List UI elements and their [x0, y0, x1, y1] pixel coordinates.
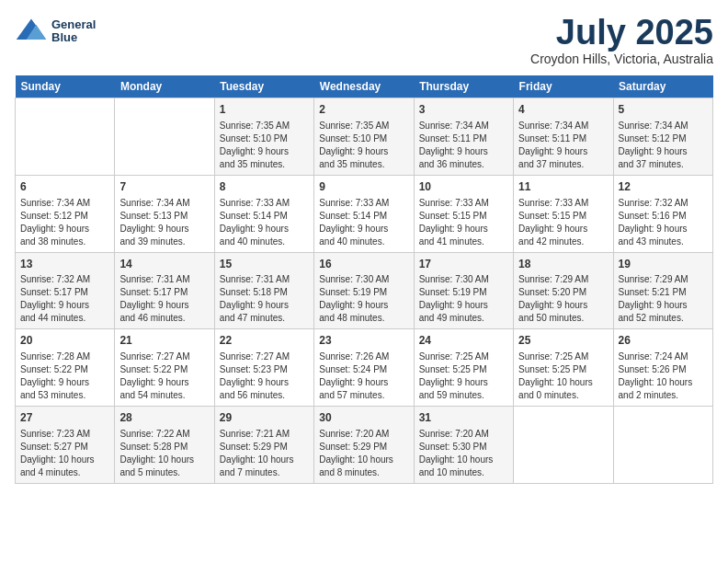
calendar-week-row: 20Sunrise: 7:28 AM Sunset: 5:22 PM Dayli…	[16, 329, 713, 407]
logo-icon	[15, 15, 48, 48]
calendar-cell: 11Sunrise: 7:33 AM Sunset: 5:15 PM Dayli…	[514, 175, 613, 252]
day-info: Sunrise: 7:27 AM Sunset: 5:23 PM Dayligh…	[220, 350, 309, 402]
calendar-cell: 27Sunrise: 7:23 AM Sunset: 5:27 PM Dayli…	[16, 407, 115, 484]
day-info: Sunrise: 7:25 AM Sunset: 5:25 PM Dayligh…	[419, 350, 508, 402]
day-info: Sunrise: 7:32 AM Sunset: 5:17 PM Dayligh…	[20, 273, 109, 325]
header-tuesday: Tuesday	[214, 75, 313, 98]
calendar-cell	[115, 98, 214, 176]
calendar-cell: 4Sunrise: 7:34 AM Sunset: 5:11 PM Daylig…	[514, 98, 613, 176]
day-info: Sunrise: 7:34 AM Sunset: 5:12 PM Dayligh…	[619, 120, 708, 171]
calendar-cell: 6Sunrise: 7:34 AM Sunset: 5:12 PM Daylig…	[16, 175, 115, 252]
calendar-cell: 2Sunrise: 7:35 AM Sunset: 5:10 PM Daylig…	[314, 98, 414, 176]
day-number: 19	[619, 257, 708, 272]
calendar-cell: 3Sunrise: 7:34 AM Sunset: 5:11 PM Daylig…	[414, 98, 513, 176]
page-header: General Blue July 2025 Croydon Hills, Vi…	[15, 15, 713, 66]
calendar-cell: 15Sunrise: 7:31 AM Sunset: 5:18 PM Dayli…	[214, 252, 313, 329]
header-wednesday: Wednesday	[314, 75, 414, 98]
header-thursday: Thursday	[414, 75, 513, 98]
day-info: Sunrise: 7:24 AM Sunset: 5:26 PM Dayligh…	[619, 350, 708, 402]
calendar-cell: 29Sunrise: 7:21 AM Sunset: 5:29 PM Dayli…	[214, 407, 313, 484]
calendar-cell: 16Sunrise: 7:30 AM Sunset: 5:19 PM Dayli…	[314, 252, 414, 329]
day-info: Sunrise: 7:34 AM Sunset: 5:12 PM Dayligh…	[20, 197, 109, 248]
day-info: Sunrise: 7:26 AM Sunset: 5:24 PM Dayligh…	[319, 350, 408, 402]
day-number: 16	[319, 257, 408, 272]
day-number: 25	[518, 333, 608, 349]
day-info: Sunrise: 7:21 AM Sunset: 5:29 PM Dayligh…	[220, 428, 309, 479]
day-info: Sunrise: 7:35 AM Sunset: 5:10 PM Dayligh…	[220, 120, 309, 171]
calendar-cell: 18Sunrise: 7:29 AM Sunset: 5:20 PM Dayli…	[514, 252, 613, 329]
day-number: 8	[220, 179, 309, 195]
calendar-cell: 17Sunrise: 7:30 AM Sunset: 5:19 PM Dayli…	[414, 252, 513, 329]
day-number: 26	[619, 333, 708, 349]
calendar-cell: 31Sunrise: 7:20 AM Sunset: 5:30 PM Dayli…	[414, 407, 513, 484]
day-number: 2	[319, 102, 408, 118]
calendar-cell: 1Sunrise: 7:35 AM Sunset: 5:10 PM Daylig…	[214, 98, 313, 176]
calendar-cell	[514, 407, 613, 484]
day-number: 22	[220, 333, 309, 349]
day-number: 12	[619, 179, 708, 195]
day-info: Sunrise: 7:22 AM Sunset: 5:28 PM Dayligh…	[119, 428, 209, 479]
header-sunday: Sunday	[16, 75, 115, 98]
logo-text: General Blue	[51, 18, 96, 45]
day-number: 24	[419, 333, 508, 349]
day-info: Sunrise: 7:20 AM Sunset: 5:30 PM Dayligh…	[419, 428, 508, 479]
month-title: July 2025	[530, 15, 713, 50]
day-number: 20	[20, 333, 109, 349]
title-block: July 2025 Croydon Hills, Victoria, Austr…	[530, 15, 713, 66]
day-number: 13	[20, 257, 109, 272]
day-info: Sunrise: 7:30 AM Sunset: 5:19 PM Dayligh…	[419, 273, 508, 325]
calendar-cell: 28Sunrise: 7:22 AM Sunset: 5:28 PM Dayli…	[115, 407, 214, 484]
day-info: Sunrise: 7:29 AM Sunset: 5:21 PM Dayligh…	[619, 273, 708, 325]
calendar-cell: 12Sunrise: 7:32 AM Sunset: 5:16 PM Dayli…	[613, 175, 712, 252]
day-number: 21	[119, 333, 209, 349]
calendar-cell: 14Sunrise: 7:31 AM Sunset: 5:17 PM Dayli…	[115, 252, 214, 329]
calendar-cell: 25Sunrise: 7:25 AM Sunset: 5:25 PM Dayli…	[514, 329, 613, 407]
calendar-cell: 10Sunrise: 7:33 AM Sunset: 5:15 PM Dayli…	[414, 175, 513, 252]
day-info: Sunrise: 7:23 AM Sunset: 5:27 PM Dayligh…	[20, 428, 109, 479]
calendar-header-row: SundayMondayTuesdayWednesdayThursdayFrid…	[16, 75, 713, 98]
day-number: 28	[119, 410, 209, 426]
header-friday: Friday	[514, 75, 613, 98]
logo-line1: General	[51, 18, 96, 31]
calendar-cell: 26Sunrise: 7:24 AM Sunset: 5:26 PM Dayli…	[613, 329, 712, 407]
day-number: 29	[220, 410, 309, 426]
day-info: Sunrise: 7:34 AM Sunset: 5:11 PM Dayligh…	[419, 120, 508, 171]
day-number: 23	[319, 333, 408, 349]
calendar-table: SundayMondayTuesdayWednesdayThursdayFrid…	[15, 75, 713, 484]
day-number: 15	[220, 257, 309, 272]
calendar-cell: 21Sunrise: 7:27 AM Sunset: 5:22 PM Dayli…	[115, 329, 214, 407]
calendar-cell: 8Sunrise: 7:33 AM Sunset: 5:14 PM Daylig…	[214, 175, 313, 252]
header-monday: Monday	[115, 75, 214, 98]
day-info: Sunrise: 7:35 AM Sunset: 5:10 PM Dayligh…	[319, 120, 408, 171]
day-number: 5	[619, 102, 708, 118]
day-number: 17	[419, 257, 508, 272]
day-number: 14	[119, 257, 209, 272]
day-info: Sunrise: 7:29 AM Sunset: 5:20 PM Dayligh…	[518, 273, 608, 325]
calendar-cell: 20Sunrise: 7:28 AM Sunset: 5:22 PM Dayli…	[16, 329, 115, 407]
calendar-cell: 19Sunrise: 7:29 AM Sunset: 5:21 PM Dayli…	[613, 252, 712, 329]
logo-line2: Blue	[51, 31, 96, 44]
day-info: Sunrise: 7:27 AM Sunset: 5:22 PM Dayligh…	[119, 350, 209, 402]
day-number: 3	[419, 102, 508, 118]
day-info: Sunrise: 7:31 AM Sunset: 5:18 PM Dayligh…	[220, 273, 309, 325]
day-number: 10	[419, 179, 508, 195]
day-number: 30	[319, 410, 408, 426]
calendar-cell	[613, 407, 712, 484]
calendar-cell: 9Sunrise: 7:33 AM Sunset: 5:14 PM Daylig…	[314, 175, 414, 252]
day-number: 9	[319, 179, 408, 195]
calendar-week-row: 27Sunrise: 7:23 AM Sunset: 5:27 PM Dayli…	[16, 407, 713, 484]
day-info: Sunrise: 7:31 AM Sunset: 5:17 PM Dayligh…	[119, 273, 209, 325]
calendar-cell: 5Sunrise: 7:34 AM Sunset: 5:12 PM Daylig…	[613, 98, 712, 176]
day-number: 27	[20, 410, 109, 426]
day-number: 1	[220, 102, 309, 118]
calendar-cell	[16, 98, 115, 176]
location: Croydon Hills, Victoria, Australia	[530, 52, 713, 66]
calendar-week-row: 13Sunrise: 7:32 AM Sunset: 5:17 PM Dayli…	[16, 252, 713, 329]
day-info: Sunrise: 7:33 AM Sunset: 5:15 PM Dayligh…	[518, 197, 608, 248]
day-number: 11	[518, 179, 608, 195]
day-info: Sunrise: 7:34 AM Sunset: 5:13 PM Dayligh…	[119, 197, 209, 248]
logo: General Blue	[15, 15, 96, 48]
day-info: Sunrise: 7:20 AM Sunset: 5:29 PM Dayligh…	[319, 428, 408, 479]
day-number: 18	[518, 257, 608, 272]
day-number: 6	[20, 179, 109, 195]
